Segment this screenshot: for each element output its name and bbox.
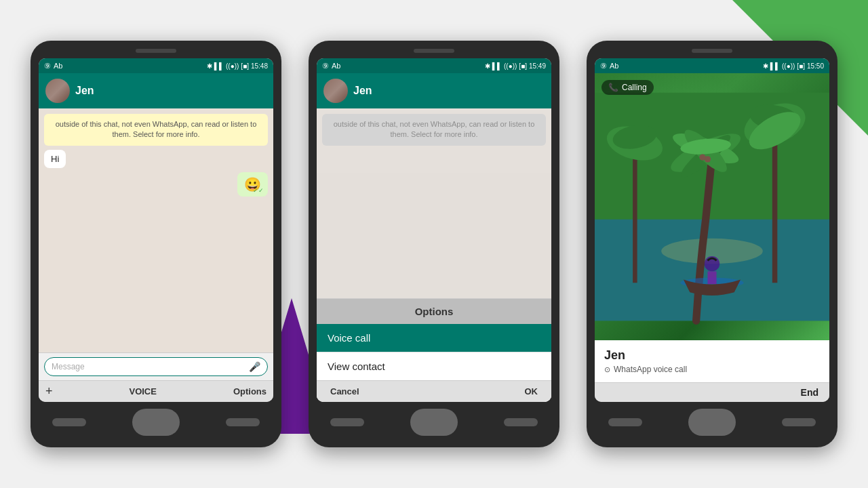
bluetooth-icon: ✱ bbox=[207, 62, 212, 70]
palm-tree-svg bbox=[595, 73, 829, 340]
phone-1-speaker bbox=[136, 49, 176, 53]
message-input[interactable]: Message 🎤 bbox=[44, 357, 268, 376]
phone-3-status-bar: ⑨ Ab ✱ ▌▌ ((●)) [■] 15:50 bbox=[595, 58, 829, 73]
contact-name-2: Jen bbox=[353, 85, 372, 97]
status-right-2: ✱ ▌▌ ((●)) [■] 15:49 bbox=[485, 62, 546, 70]
encryption-text-2: outside of this chat, not even WhatsApp,… bbox=[334, 120, 535, 138]
call-end-bar: End bbox=[595, 382, 829, 402]
signal-icon-3: ▌▌ bbox=[770, 62, 780, 70]
view-contact-option[interactable]: View contact bbox=[317, 352, 551, 380]
svg-rect-3 bbox=[772, 124, 777, 283]
phone-2-bottom bbox=[317, 402, 551, 439]
time-display-3: 15:50 bbox=[807, 62, 824, 70]
cancel-button[interactable]: Cancel bbox=[330, 386, 359, 396]
phone-2: ⑨ Ab ✱ ▌▌ ((●)) [■] 15:49 Jen bbox=[309, 41, 559, 447]
alarm-icon: ⑨ bbox=[44, 62, 51, 70]
phone-3-screen: ⑨ Ab ✱ ▌▌ ((●)) [■] 15:50 bbox=[595, 58, 829, 402]
options-footer: Cancel OK bbox=[317, 380, 551, 402]
wifi-icon-2: ((●)) bbox=[504, 62, 517, 70]
voice-call-option[interactable]: Voice call bbox=[317, 324, 551, 352]
calling-text: Calling bbox=[622, 83, 647, 92]
ab-label: Ab bbox=[54, 62, 62, 70]
encryption-notice-2: outside of this chat, not even WhatsApp,… bbox=[322, 114, 546, 146]
alarm-icon-2: ⑨ bbox=[322, 62, 329, 70]
right-side-button-3[interactable] bbox=[782, 418, 816, 426]
phone-3-bottom bbox=[595, 402, 829, 439]
svg-rect-19 bbox=[707, 271, 716, 284]
phone-2-screen: ⑨ Ab ✱ ▌▌ ((●)) [■] 15:49 Jen bbox=[317, 58, 551, 402]
wifi-icon: ((●)) bbox=[226, 62, 239, 70]
svg-point-16 bbox=[699, 154, 705, 160]
phone-1-bottom bbox=[39, 402, 273, 439]
alarm-icon-3: ⑨ bbox=[600, 62, 607, 70]
call-info-panel: Jen ⊙ WhatsApp voice call bbox=[595, 340, 829, 382]
view-contact-label: View contact bbox=[328, 361, 385, 372]
sent-message: 😀 ✓✓ bbox=[237, 172, 268, 197]
phone-3-speaker bbox=[692, 49, 732, 53]
calling-badge: 📞 Calling bbox=[601, 80, 654, 95]
options-menu-overlay: Options Voice call View contact Cancel O… bbox=[317, 298, 551, 402]
phone-1-input-area: Message 🎤 bbox=[39, 352, 273, 380]
received-message: Hi bbox=[44, 150, 66, 168]
contact-avatar-2 bbox=[323, 79, 348, 103]
status-left: ⑨ Ab bbox=[44, 62, 62, 70]
phone-1-header: Jen bbox=[39, 73, 273, 108]
plus-button[interactable]: + bbox=[45, 384, 53, 399]
center-button-3[interactable] bbox=[688, 409, 736, 436]
phone-2-speaker bbox=[414, 49, 454, 53]
voice-button[interactable]: VOICE bbox=[129, 386, 156, 396]
left-side-button[interactable] bbox=[52, 418, 86, 426]
phone-2-header: Jen bbox=[317, 73, 551, 108]
status-left-3: ⑨ Ab bbox=[600, 62, 618, 70]
ab-label-3: Ab bbox=[610, 62, 618, 70]
center-button-2[interactable] bbox=[410, 409, 458, 436]
call-type-label: WhatsApp voice call bbox=[614, 365, 687, 374]
right-side-button[interactable] bbox=[226, 418, 260, 426]
calling-screen: 📞 Calling Jen ⊙ WhatsApp voice call End bbox=[595, 73, 829, 402]
battery-icon: [■] bbox=[241, 62, 249, 70]
phone-1: ⑨ Ab ✱ ▌▌ ((●)) [■] 15:48 Jen bbox=[31, 41, 281, 447]
center-button[interactable] bbox=[132, 409, 180, 436]
microphone-icon: 🎤 bbox=[249, 361, 260, 372]
input-placeholder: Message bbox=[52, 362, 85, 371]
avatar-image bbox=[45, 79, 70, 103]
call-background-image: 📞 Calling bbox=[595, 73, 829, 340]
bluetooth-icon-3: ✱ bbox=[763, 62, 768, 70]
bluetooth-icon-2: ✱ bbox=[485, 62, 490, 70]
call-icon: 📞 bbox=[608, 83, 618, 92]
status-right-3: ✱ ▌▌ ((●)) [■] 15:50 bbox=[763, 62, 824, 70]
msg-text: Hi bbox=[51, 154, 59, 164]
options-header-label: Options bbox=[415, 306, 454, 317]
left-side-button-2[interactable] bbox=[330, 418, 364, 426]
read-tick: ✓✓ bbox=[253, 187, 264, 194]
phone-1-screen: ⑨ Ab ✱ ▌▌ ((●)) [■] 15:48 Jen bbox=[39, 58, 273, 402]
signal-icon: ▌▌ bbox=[214, 62, 224, 70]
wifi-icon-3: ((●)) bbox=[782, 62, 795, 70]
left-side-button-3[interactable] bbox=[608, 418, 642, 426]
ok-button[interactable]: OK bbox=[525, 386, 538, 396]
phone-1-toolbar: + VOICE Options bbox=[39, 380, 273, 402]
contact-avatar bbox=[45, 79, 70, 103]
end-call-button[interactable]: End bbox=[801, 387, 818, 398]
calling-contact-name: Jen bbox=[604, 348, 820, 363]
battery-icon-2: [■] bbox=[519, 62, 527, 70]
voice-call-label: Voice call bbox=[328, 332, 370, 344]
signal-icon-2: ▌▌ bbox=[492, 62, 502, 70]
encryption-notice: outside of this chat, not even WhatsApp,… bbox=[44, 114, 268, 146]
phones-container: ⑨ Ab ✱ ▌▌ ((●)) [■] 15:48 Jen bbox=[31, 41, 837, 447]
status-right: ✱ ▌▌ ((●)) [■] 15:48 bbox=[207, 62, 268, 70]
whatsapp-logo-icon: ⊙ bbox=[604, 365, 610, 374]
encryption-text: outside of this chat, not even WhatsApp,… bbox=[56, 120, 257, 138]
contact-name: Jen bbox=[75, 85, 94, 97]
phone-1-status-bar: ⑨ Ab ✱ ▌▌ ((●)) [■] 15:48 bbox=[39, 58, 273, 73]
phone-3: ⑨ Ab ✱ ▌▌ ((●)) [■] 15:50 bbox=[587, 41, 837, 447]
options-menu-header: Options bbox=[317, 299, 551, 324]
time-display-2: 15:49 bbox=[529, 62, 546, 70]
ab-label-2: Ab bbox=[332, 62, 340, 70]
right-side-button-2[interactable] bbox=[504, 418, 538, 426]
time-display: 15:48 bbox=[251, 62, 268, 70]
options-button[interactable]: Options bbox=[233, 386, 267, 396]
svg-rect-7 bbox=[633, 143, 637, 283]
call-subtitle: ⊙ WhatsApp voice call bbox=[604, 365, 820, 374]
phone-1-chat-area: outside of this chat, not even WhatsApp,… bbox=[39, 108, 273, 352]
